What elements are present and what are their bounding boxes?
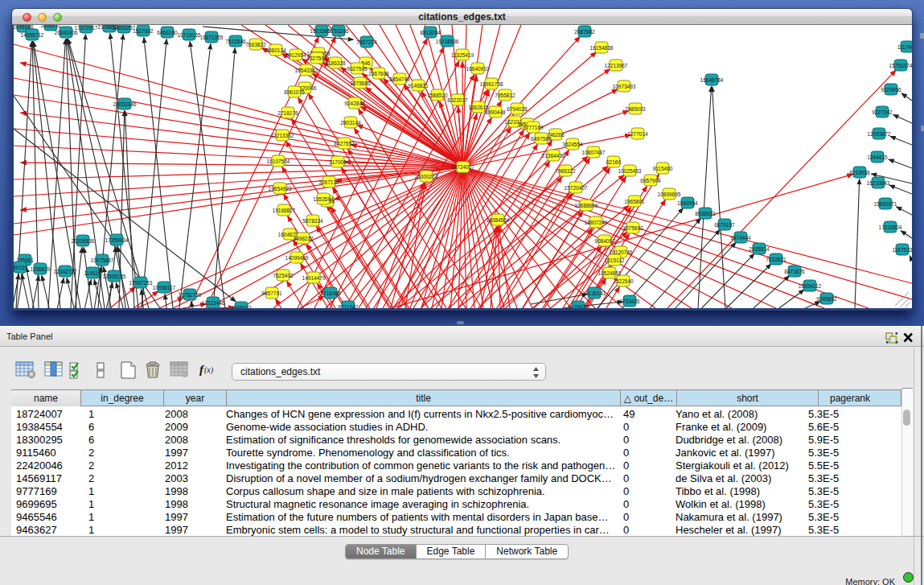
svg-text:1244415: 1244415 — [867, 154, 888, 160]
svg-text:9245012: 9245012 — [231, 305, 252, 309]
svg-text:14914479: 14914479 — [302, 275, 326, 281]
svg-text:7632621: 7632621 — [766, 257, 786, 262]
svg-text:9227342: 9227342 — [872, 109, 893, 115]
svg-text:7955812: 7955812 — [495, 93, 515, 98]
svg-text:1965801: 1965801 — [624, 199, 645, 204]
svg-text:9660124: 9660124 — [265, 47, 286, 53]
svg-text:10973493: 10973493 — [613, 84, 636, 89]
svg-text:9245652: 9245652 — [816, 296, 837, 302]
svg-text:21364436: 21364436 — [542, 153, 565, 159]
svg-text:12342737: 12342737 — [54, 269, 77, 274]
svg-text:7515546: 7515546 — [225, 39, 246, 44]
svg-text:8711342: 8711342 — [339, 304, 359, 309]
svg-text:8912954: 8912954 — [285, 52, 306, 58]
svg-text:8454749: 8454749 — [389, 76, 410, 82]
svg-text:1527602: 1527602 — [133, 28, 154, 34]
svg-text:9135620: 9135620 — [568, 304, 589, 309]
svg-text:7857224: 7857224 — [356, 39, 377, 45]
svg-text:1733426: 1733426 — [619, 299, 640, 304]
svg-text:19218936: 19218936 — [436, 39, 459, 44]
svg-text:8215958: 8215958 — [849, 170, 870, 175]
svg-text:1615112: 1615112 — [605, 257, 625, 263]
svg-text:12323446: 12323446 — [202, 300, 225, 306]
svg-text:9115460: 9115460 — [653, 166, 673, 171]
svg-text:1588520: 1588520 — [427, 93, 448, 98]
svg-text:3624554: 3624554 — [562, 142, 583, 147]
svg-text:7986322: 7986322 — [555, 168, 576, 174]
svg-text:6466160: 6466160 — [157, 30, 178, 35]
svg-text:2087682: 2087682 — [574, 29, 595, 35]
svg-text:114519: 114519 — [84, 270, 101, 276]
svg-text:12093872: 12093872 — [868, 131, 891, 137]
svg-text:1353594: 1353594 — [313, 196, 334, 202]
svg-text:7485003: 7485003 — [625, 106, 646, 112]
svg-text:10899695: 10899695 — [658, 192, 681, 197]
svg-text:(x): (x) — [204, 365, 214, 375]
svg-text:20206536: 20206536 — [72, 238, 95, 244]
svg-text:19654923: 19654923 — [269, 186, 292, 192]
svg-text:8186328: 8186328 — [325, 60, 346, 66]
svg-text:9146821: 9146821 — [408, 83, 429, 89]
svg-text:9084067: 9084067 — [594, 238, 615, 244]
svg-text:17372917: 17372917 — [75, 25, 98, 31]
svg-text:20053346: 20053346 — [113, 101, 137, 107]
svg-text:8322037: 8322037 — [447, 97, 468, 103]
svg-text:3498222: 3498222 — [293, 236, 314, 241]
svg-text:25300203: 25300203 — [415, 174, 438, 179]
svg-text:517006: 517006 — [329, 159, 347, 165]
svg-text:16154838: 16154838 — [590, 45, 614, 51]
svg-text:8813054: 8813054 — [420, 30, 441, 35]
svg-text:1008372: 1008372 — [40, 25, 61, 28]
svg-text:12505135: 12505135 — [103, 274, 126, 279]
svg-text:16671355: 16671355 — [200, 35, 224, 40]
svg-text:15751074: 15751074 — [889, 63, 912, 68]
svg-text:18724007: 18724007 — [451, 164, 474, 170]
svg-text:11325419: 11325419 — [451, 52, 474, 58]
svg-text:17359934: 17359934 — [105, 237, 129, 243]
svg-text:8961075: 8961075 — [284, 89, 305, 95]
svg-text:6497568: 6497568 — [531, 136, 552, 142]
svg-text:2935514: 2935514 — [749, 246, 770, 252]
svg-text:7625402: 7625402 — [273, 273, 294, 278]
svg-text:9327505: 9327505 — [347, 66, 368, 72]
svg-text:10719155: 10719155 — [178, 32, 201, 38]
svg-text:2522540: 2522540 — [613, 278, 634, 284]
svg-text:10654112: 10654112 — [799, 283, 822, 289]
svg-text:18524851: 18524851 — [598, 270, 622, 276]
svg-text:2803144: 2803144 — [340, 120, 361, 126]
svg-text:10025453: 10025453 — [618, 168, 642, 174]
svg-text:20691406: 20691406 — [55, 30, 78, 35]
svg-text:16640910: 16640910 — [466, 66, 490, 72]
svg-text:14099489: 14099489 — [285, 255, 309, 261]
svg-text:9474444: 9474444 — [730, 235, 751, 241]
svg-text:5716485: 5716485 — [320, 290, 341, 296]
svg-text:9457791: 9457791 — [261, 290, 282, 296]
svg-text:1075692: 1075692 — [622, 225, 643, 231]
svg-text:10958117: 10958117 — [153, 285, 176, 290]
svg-text:14136141: 14136141 — [583, 290, 606, 296]
svg-text:16782759: 16782759 — [179, 292, 202, 298]
svg-text:17957253: 17957253 — [129, 280, 153, 286]
svg-text:8990448: 8990448 — [485, 109, 506, 115]
svg-text:16120746: 16120746 — [610, 249, 633, 255]
svg-text:3267130: 3267130 — [318, 179, 339, 185]
svg-text:8471676: 8471676 — [784, 269, 805, 274]
svg-text:14055712: 14055712 — [21, 32, 44, 38]
svg-text:16107554: 16107554 — [267, 159, 290, 164]
svg-text:7663822: 7663822 — [245, 42, 266, 47]
svg-text:6794028: 6794028 — [507, 106, 528, 112]
svg-text:6957904: 6957904 — [640, 178, 661, 183]
svg-text:18807249: 18807249 — [585, 220, 608, 225]
svg-text:10975887: 10975887 — [91, 257, 114, 263]
svg-text:9753286: 9753286 — [328, 28, 349, 34]
svg-text:62160: 62160 — [606, 159, 621, 165]
svg-text:1277014: 1277014 — [627, 131, 648, 137]
svg-text:5878334: 5878334 — [302, 218, 323, 224]
svg-text:39159: 39159 — [14, 265, 27, 270]
svg-text:15720407: 15720407 — [565, 185, 588, 191]
svg-text:10688609: 10688609 — [575, 203, 598, 208]
svg-text:1156829: 1156829 — [31, 266, 51, 272]
svg-text:10807487: 10807487 — [582, 150, 606, 155]
svg-text:10543362: 10543362 — [295, 68, 318, 73]
svg-text:3875685: 3875685 — [350, 80, 371, 86]
